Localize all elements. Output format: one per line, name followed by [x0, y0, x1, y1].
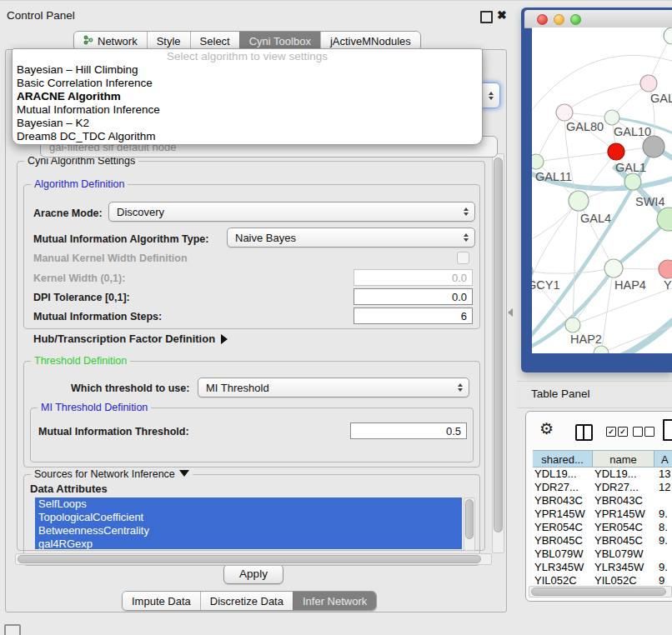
list-vertical-scrollbar — [464, 498, 475, 551]
network-node-salmon[interactable] — [659, 260, 672, 278]
table-cell: YBR043C — [534, 494, 593, 508]
table-row[interactable]: YLR345WYLR345W9. — [533, 561, 672, 574]
list-item[interactable]: gal4RGexp — [35, 538, 462, 549]
dropdown-item[interactable]: Mutual Information Inference — [13, 103, 482, 117]
manual-kernel-label: Manual Kernel Width Definition — [33, 252, 188, 264]
data-attributes-label: Data Attributes — [30, 482, 108, 495]
list-item[interactable]: SelfLoops — [35, 498, 462, 511]
tab-select[interactable]: Select — [190, 32, 239, 50]
combo-arrows-icon — [464, 233, 469, 242]
mi-steps-field[interactable]: 6 — [354, 308, 473, 324]
gear-icon[interactable]: ⚙ — [539, 421, 554, 437]
table-row[interactable]: YER054CYER054C8. — [533, 521, 672, 534]
list-item[interactable]: TopologicalCoefficient — [35, 511, 462, 524]
apply-button[interactable]: Apply — [223, 564, 283, 584]
mi-type-combo[interactable]: Naive Bayes — [227, 228, 475, 248]
scrollbar-thumb[interactable] — [531, 588, 666, 596]
tab-infer-network[interactable]: Infer Network — [293, 592, 376, 610]
network-node-gray-node[interactable] — [643, 136, 664, 158]
network-window-titlebar[interactable] — [524, 10, 672, 28]
network-node-gal80[interactable] — [556, 104, 573, 121]
table-cell: 9. — [659, 534, 672, 548]
collapse-down-icon — [179, 470, 189, 477]
table-cell: YDR27... — [534, 481, 593, 494]
sources-group-title[interactable]: Sources for Network Inference — [31, 468, 193, 480]
panel-corner-icon[interactable] — [4, 624, 21, 635]
new-table-icon[interactable] — [663, 419, 672, 441]
network-node-gal1-red[interactable] — [608, 143, 624, 160]
table-row[interactable]: YBR045CYBR045C9. — [533, 534, 672, 548]
tab-network[interactable]: Network — [74, 32, 147, 50]
network-node-gal10[interactable] — [604, 110, 619, 125]
table-row[interactable]: YBR043CYBR043C — [533, 494, 672, 508]
close-icon[interactable]: ✖ — [497, 8, 507, 22]
network-node-bottom-node[interactable] — [594, 346, 609, 353]
dpi-tolerance-field[interactable]: 0.0 — [354, 288, 473, 305]
kernel-width-label: Kernel Width (0,1): — [33, 272, 125, 284]
mi-steps-label: Mutual Information Steps: — [33, 311, 162, 322]
table-row[interactable]: YDL19...YDL19...13 — [533, 468, 672, 481]
node-label-gal11: GAL11 — [535, 170, 572, 183]
network-icon — [83, 35, 93, 48]
network-view-window: GALGAL80GAL10GAL1SWI4GAL11GAL4HAP4YGCY1H… — [521, 8, 672, 372]
tab-label: Style — [157, 35, 181, 48]
network-node-gal-pink[interactable] — [640, 75, 657, 92]
unchecked-checkbox-icon[interactable] — [644, 427, 654, 437]
node-label-hap4: HAP4 — [614, 278, 646, 292]
checked-checkbox-icon[interactable]: ✓ — [606, 427, 616, 437]
list-item[interactable]: BetweennessCentrality — [35, 524, 462, 538]
unchecked-checkbox-icon[interactable] — [633, 427, 643, 437]
combo-arrows-icon — [458, 383, 463, 392]
table-cell: YDR27... — [594, 481, 654, 494]
column-header[interactable]: name — [593, 450, 654, 468]
combo-value: Naive Bayes — [235, 232, 296, 244]
column-header[interactable]: shared... — [533, 450, 593, 468]
aracne-mode-combo[interactable]: Discovery — [108, 202, 475, 222]
network-node-hap4[interactable] — [604, 259, 623, 278]
network-node-gal11[interactable] — [532, 154, 544, 169]
table-cell: YER054C — [594, 521, 654, 534]
network-node-hap2[interactable] — [565, 318, 580, 332]
checked-checkbox-icon[interactable]: ✓ — [618, 427, 628, 437]
kernel-width-field[interactable]: 0.0 — [354, 269, 473, 286]
minimize-window-icon[interactable] — [554, 14, 564, 25]
mi-threshold-field[interactable]: 0.5 — [350, 422, 467, 439]
tab-style[interactable]: Style — [147, 32, 190, 50]
mi-threshold-label: Mutual Information Threshold: — [38, 426, 189, 438]
table-cell: YDL19... — [534, 468, 593, 481]
network-node-swi4-node[interactable] — [624, 173, 641, 190]
which-threshold-label: Which threshold to use: — [71, 382, 189, 394]
close-window-icon[interactable] — [537, 14, 548, 25]
tab-impute-data[interactable]: Impute Data — [123, 592, 200, 610]
splitter-collapse-icon[interactable] — [508, 308, 513, 317]
network-node-gal4[interactable] — [569, 191, 589, 211]
zoom-window-icon[interactable] — [570, 14, 581, 25]
node-label-gal1-red: GAL1 — [615, 161, 646, 174]
network-node-edge-node[interactable] — [664, 28, 672, 44]
scrollbar-thumb[interactable] — [465, 499, 474, 539]
hub-definition-label: Hub/Transcription Factor Definition — [33, 332, 215, 345]
tab-cyni-toolbox[interactable]: Cyni Toolbox — [239, 32, 320, 50]
tab-discretize-data[interactable]: Discretize Data — [200, 592, 293, 610]
dropdown-item[interactable]: Bayesian – K2 — [13, 117, 482, 130]
tab-jactivemnodules[interactable]: jActiveMNodules — [320, 32, 420, 50]
column-layout-icon[interactable] — [575, 424, 593, 441]
table-row[interactable]: YBL079WYBL079W — [533, 548, 672, 561]
network-canvas[interactable]: GALGAL80GAL10GAL1SWI4GAL11GAL4HAP4YGCY1H… — [532, 28, 672, 353]
dpi-tolerance-label: DPI Tolerance [0,1]: — [33, 292, 130, 303]
table-row[interactable]: YPR145WYPR145W9. — [533, 508, 672, 521]
dropdown-item[interactable]: Basic Correlation Inference — [13, 77, 482, 90]
hub-definition-toggle[interactable]: Hub/Transcription Factor Definition — [33, 332, 228, 345]
which-threshold-combo[interactable]: MI Threshold — [198, 378, 469, 398]
manual-kernel-checkbox[interactable] — [457, 252, 469, 264]
scrollbar-thumb[interactable] — [18, 555, 481, 563]
dropdown-item[interactable]: Bayesian – Hill Climbing — [13, 63, 482, 77]
table-cell: YBL079W — [594, 548, 654, 561]
column-header[interactable]: A — [654, 450, 672, 468]
float-panel-icon[interactable] — [480, 11, 493, 23]
dropdown-item[interactable]: Dream8 DC_TDC Algorithm — [13, 130, 482, 143]
dropdown-item[interactable]: ARACNE Algorithm — [13, 90, 482, 103]
table-cell: YPR145W — [534, 508, 593, 521]
table-row[interactable]: YDR27...YDR27...12 — [533, 481, 672, 494]
scrollbar-thumb[interactable] — [494, 158, 503, 532]
